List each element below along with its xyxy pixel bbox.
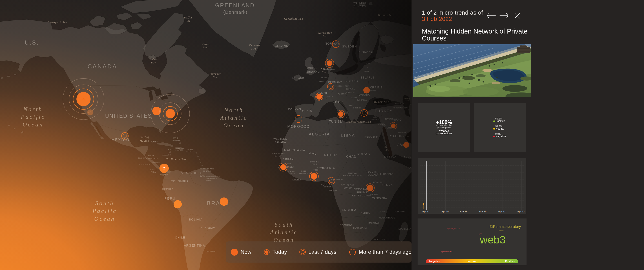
svg-text:POLAND: POLAND [346, 80, 358, 83]
svg-text:Ocean: Ocean [94, 216, 115, 222]
svg-text:Apr 22: Apr 22 [517, 210, 525, 213]
svg-text:ITALY: ITALY [335, 101, 343, 103]
svg-text:PARAGUAY: PARAGUAY [199, 227, 215, 230]
svg-text:COMOROS: COMOROS [394, 211, 405, 213]
svg-text:Atlantic: Atlantic [220, 114, 248, 121]
svg-text:Bay: Bay [186, 19, 190, 23]
svg-text:SYRIA: SYRIA [385, 118, 394, 120]
svg-text:Ocean: Ocean [23, 121, 44, 128]
svg-text:SUDAN: SUDAN [357, 152, 371, 156]
svg-text:NETH.: NETH. [322, 77, 328, 79]
svg-text:ICELAND: ICELAND [274, 44, 289, 48]
svg-text:SVALBARD: SVALBARD [353, 2, 366, 5]
svg-text:Sea: Sea [386, 149, 389, 152]
svg-text:HONDURAS: HONDURAS [148, 158, 158, 159]
svg-text:COLOMBIA: COLOMBIA [171, 180, 189, 183]
svg-text:IRAQ: IRAQ [394, 118, 402, 121]
svg-text:U.S.: U.S. [25, 39, 39, 46]
svg-text:SAHARA: SAHARA [274, 141, 286, 144]
svg-text:ANGOLA: ANGOLA [342, 208, 356, 212]
svg-text:SOUTH: SOUTH [368, 170, 377, 173]
svg-text:REPUBLIC: REPUBLIC [176, 150, 184, 151]
svg-text:AZERBAIJ: AZERBAIJ [400, 107, 408, 109]
svg-text:ROMANIA: ROMANIA [357, 93, 370, 96]
svg-text:SENEGAL: SENEGAL [283, 158, 294, 161]
svg-text:North: North [320, 67, 328, 70]
svg-text:MALI: MALI [308, 152, 318, 155]
svg-text:Strait: Strait [251, 47, 259, 50]
svg-text:BAHRAIN: BAHRAIN [400, 136, 408, 138]
svg-text:2: 2 [163, 167, 165, 170]
svg-text:RICA: RICA [151, 171, 156, 173]
svg-text:PORTUGAL: PORTUGAL [288, 107, 302, 110]
svg-text:ETHIOPIA: ETHIOPIA [377, 172, 394, 176]
svg-text:Sea: Sea [406, 99, 409, 102]
svg-text:HUNGARY: HUNGARY [346, 92, 355, 94]
svg-text:ERITREA: ERITREA [384, 155, 396, 158]
svg-text:BULGARIA: BULGARIA [357, 99, 367, 101]
svg-text:CYPRUS: CYPRUS [372, 119, 379, 121]
svg-text:SWITZ.: SWITZ. [327, 96, 334, 98]
svg-text:BURUNDI: BURUNDI [370, 193, 379, 195]
svg-text:Black Sea: Black Sea [374, 100, 390, 103]
svg-text:NIGERIA: NIGERIA [321, 167, 335, 170]
svg-text:MOZAMBIQUE: MOZAMBIQUE [379, 216, 395, 219]
svg-text:THE: THE [174, 137, 178, 139]
svg-text:(Denmark): (Denmark) [223, 10, 248, 15]
svg-text:(FRANCE): (FRANCE) [210, 178, 217, 179]
svg-text:COSTA: COSTA [150, 169, 157, 171]
svg-text:ALB.: ALB. [349, 104, 353, 106]
svg-text:EL SALVADOR: EL SALVADOR [139, 164, 150, 165]
svg-text:Apr 17: Apr 17 [422, 210, 430, 213]
svg-text:NIGER: NIGER [324, 153, 337, 157]
svg-text:CENTRAL: CENTRAL [348, 172, 357, 174]
svg-text:MOROCCO: MOROCCO [287, 125, 310, 128]
svg-text:Norwegian: Norwegian [318, 31, 332, 34]
svg-text:BOLIVIA: BOLIVIA [189, 218, 202, 221]
svg-text:TOGO: TOGO [314, 169, 319, 171]
svg-text:YEME: YEME [404, 155, 412, 158]
svg-text:REP. OF THE: REP. OF THE [341, 184, 355, 186]
svg-text:FRENCH GUIANA: FRENCH GUIANA [208, 176, 220, 178]
svg-text:Pacific: Pacific [21, 114, 45, 120]
svg-text:South: South [95, 200, 114, 207]
svg-text:Sea: Sea [322, 71, 326, 74]
svg-text:CUBA: CUBA [152, 141, 158, 143]
svg-text:BELG.: BELG. [319, 81, 324, 82]
svg-text:Strait: Strait [202, 46, 210, 49]
svg-text:(NORWAY): (NORWAY) [353, 5, 366, 8]
svg-text:Mediterranean Sea: Mediterranean Sea [346, 120, 371, 123]
svg-text:ALGERIA: ALGERIA [309, 132, 330, 136]
svg-text:ECUADOR: ECUADOR [162, 188, 174, 190]
svg-text:Sea: Sea [323, 35, 328, 38]
svg-text:Pacific: Pacific [92, 208, 117, 214]
svg-text:NICARAGUA: NICARAGUA [152, 162, 160, 164]
svg-text:labrador: labrador [210, 72, 221, 75]
svg-text:Mexico: Mexico [140, 139, 149, 143]
svg-text:Hudson: Hudson [148, 58, 158, 61]
svg-text:IRELAND: IRELAND [292, 77, 304, 79]
svg-text:LIBERIA: LIBERIA [292, 179, 301, 181]
svg-text:SUDAN: SUDAN [368, 174, 377, 176]
svg-text:BELARUS: BELARUS [360, 76, 375, 79]
svg-text:SLOVAKIA: SLOVAKIA [346, 88, 355, 90]
svg-text:SWAZILEND: SWAZILEND [374, 238, 385, 240]
svg-text:UKRAINE: UKRAINE [368, 86, 383, 89]
svg-text:CANADA: CANADA [88, 63, 117, 70]
svg-text:SIERRA: SIERRA [288, 171, 296, 173]
svg-text:CAPE VERDE: CAPE VERDE [272, 152, 285, 154]
svg-text:Greenland Sea: Greenland Sea [284, 17, 303, 20]
svg-text:Denmark: Denmark [249, 44, 261, 47]
svg-text:DOMINICAN: DOMINICAN [175, 148, 185, 150]
svg-text:UNITED: UNITED [307, 67, 318, 69]
svg-text:SWEDEN: SWEDEN [342, 45, 357, 48]
svg-text:LAT.: LAT. [366, 66, 370, 69]
svg-text:Apr 21: Apr 21 [498, 210, 506, 213]
svg-text:CZECH REP.: CZECH REP. [338, 85, 349, 87]
svg-text:Gulf of: Gulf of [140, 136, 149, 139]
svg-text:8: 8 [83, 97, 84, 101]
svg-text:KENYA: KENYA [382, 183, 393, 187]
svg-text:GUYANA: GUYANA [200, 175, 208, 177]
svg-text:MADAGASC: MADAGASC [398, 227, 412, 231]
svg-text:GREENLAND: GREENLAND [215, 2, 255, 8]
